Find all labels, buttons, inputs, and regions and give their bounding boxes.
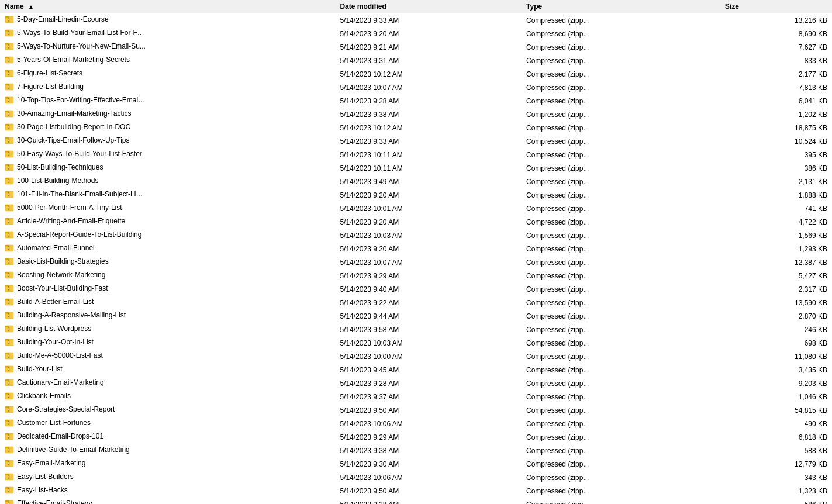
file-name-cell: Customer-List-Fortunes	[0, 417, 335, 430]
table-row[interactable]: Building-A-Responsive-Mailing-List5/14/2…	[0, 309, 832, 323]
file-name-cell: 30-Page-Listbuilding-Report-In-DOC	[0, 121, 335, 134]
table-row[interactable]: Easy-List-Builders5/14/2023 10:06 AMComp…	[0, 471, 832, 484]
table-row[interactable]: 7-Figure-List-Building5/14/2023 10:07 AM…	[0, 81, 832, 94]
file-name-text: Automated-Email-Funnel	[17, 244, 95, 252]
file-name-text: 30-Amazing-Email-Marketing-Tactics	[17, 109, 131, 118]
table-row[interactable]: 5-Ways-To-Build-Your-Email-List-For-Free…	[0, 27, 832, 40]
file-size-cell: 13,590 KB	[720, 296, 832, 309]
file-date-cell: 5/14/2023 9:29 AM	[335, 430, 522, 444]
table-row[interactable]: Effective-Email-Strategy5/14/2023 9:28 A…	[0, 498, 832, 504]
file-name-cell: Build-Your-List	[0, 363, 335, 377]
zip-file-icon	[5, 149, 14, 158]
file-date-cell: 5/14/2023 9:38 AM	[335, 444, 522, 457]
zip-file-icon	[5, 243, 14, 253]
file-size-cell: 8,690 KB	[720, 27, 832, 40]
file-name-cell: 30-Quick-Tips-Email-Follow-Up-Tips	[0, 134, 335, 148]
file-date-cell: 5/14/2023 9:40 AM	[335, 282, 522, 296]
table-row[interactable]: 50-Easy-Ways-To-Build-Your-List-Faster5/…	[0, 148, 832, 161]
table-row[interactable]: 30-Quick-Tips-Email-Follow-Up-Tips5/14/2…	[0, 134, 832, 148]
file-name-cell: 6-Figure-List-Secrets	[0, 67, 335, 81]
table-row[interactable]: 5-Years-Of-Email-Marketing-Secrets5/14/2…	[0, 54, 832, 67]
file-type-cell: Compressed (zipp...	[522, 148, 720, 161]
file-name-cell: Boost-Your-List-Building-Fast	[0, 282, 335, 296]
file-name-cell: Effective-Email-Strategy	[0, 498, 335, 504]
file-name-text: 100-List-Building-Methods	[17, 177, 98, 185]
table-row[interactable]: 5-Day-Email-Linedin-Ecourse5/14/2023 9:3…	[0, 13, 832, 27]
file-date-cell: 5/14/2023 10:03 AM	[335, 336, 522, 350]
file-size-cell: 2,177 KB	[720, 67, 832, 81]
table-row[interactable]: 50-List-Building-Techniques5/14/2023 10:…	[0, 161, 832, 175]
file-size-cell: 13,216 KB	[720, 13, 832, 27]
file-type-cell: Compressed (zipp...	[522, 175, 720, 188]
table-row[interactable]: 30-Page-Listbuilding-Report-In-DOC5/14/2…	[0, 121, 832, 134]
table-row[interactable]: Article-Writing-And-Email-Etiquette5/14/…	[0, 215, 832, 229]
file-name-text: Easy-List-Builders	[17, 472, 74, 481]
table-row[interactable]: Build-A-Better-Email-List5/14/2023 9:22 …	[0, 296, 832, 309]
file-name-cell: Build-Me-A-50000-List-Fast	[0, 350, 335, 363]
table-row[interactable]: Easy-List-Hacks5/14/2023 9:50 AMCompress…	[0, 484, 832, 498]
file-name-text: Article-Writing-And-Email-Etiquette	[17, 217, 125, 225]
table-row[interactable]: 10-Top-Tips-For-Writing-Effective-Email-…	[0, 94, 832, 108]
file-size-cell: 1,569 KB	[720, 229, 832, 242]
file-name-cell: 5-Years-Of-Email-Marketing-Secrets	[0, 54, 335, 67]
file-name-text: Cautionary-Email-Marketing	[17, 378, 104, 386]
file-type-cell: Compressed (zipp...	[522, 188, 720, 202]
column-header-size[interactable]: Size	[720, 0, 832, 13]
table-row[interactable]: Building-List-Wordpress5/14/2023 9:58 AM…	[0, 323, 832, 336]
file-name-cell: 10-Top-Tips-For-Writing-Effective-Email-…	[0, 94, 335, 108]
table-row[interactable]: 30-Amazing-Email-Marketing-Tactics5/14/2…	[0, 108, 832, 121]
table-row[interactable]: 100-List-Building-Methods5/14/2023 9:49 …	[0, 175, 832, 188]
file-explorer-container[interactable]: Name ▲ Date modified Type Size 5-	[0, 0, 832, 504]
table-row[interactable]: Core-Strategies-Special-Report5/14/2023 …	[0, 403, 832, 417]
table-row[interactable]: Customer-List-Fortunes5/14/2023 10:06 AM…	[0, 417, 832, 430]
table-row[interactable]: 6-Figure-List-Secrets5/14/2023 10:12 AMC…	[0, 67, 832, 81]
file-date-cell: 5/14/2023 10:11 AM	[335, 161, 522, 175]
file-type-cell: Compressed (zipp...	[522, 498, 720, 504]
file-name-text: 5-Years-Of-Email-Marketing-Secrets	[17, 56, 130, 64]
file-size-cell: 2,131 KB	[720, 175, 832, 188]
file-name-text: 5-Ways-To-Nurture-Your-New-Email-Su...	[17, 42, 146, 50]
file-list-table: Name ▲ Date modified Type Size 5-	[0, 0, 832, 504]
file-date-cell: 5/14/2023 10:11 AM	[335, 148, 522, 161]
table-row[interactable]: Definitive-Guide-To-Email-Marketing5/14/…	[0, 444, 832, 457]
file-size-cell: 12,387 KB	[720, 256, 832, 269]
zip-file-icon	[5, 499, 14, 504]
zip-file-icon	[5, 485, 14, 495]
file-name-text: Build-Your-List	[17, 365, 63, 373]
table-row[interactable]: Basic-List-Building-Strategies5/14/2023 …	[0, 256, 832, 269]
table-row[interactable]: Building-Your-Opt-In-List5/14/2023 10:03…	[0, 336, 832, 350]
file-date-cell: 5/14/2023 9:50 AM	[335, 484, 522, 498]
file-name-text: Building-List-Wordpress	[17, 325, 91, 333]
zip-file-icon	[5, 270, 14, 279]
file-date-cell: 5/14/2023 10:07 AM	[335, 81, 522, 94]
file-name-cell: 5-Ways-To-Nurture-Your-New-Email-Su...	[0, 40, 335, 54]
column-header-date[interactable]: Date modified	[335, 0, 522, 13]
table-row[interactable]: Easy-Email-Marketing5/14/2023 9:30 AMCom…	[0, 457, 832, 471]
table-row[interactable]: 101-Fill-In-The-Blank-Email-Subject-Line…	[0, 188, 832, 202]
file-type-cell: Compressed (zipp...	[522, 457, 720, 471]
file-type-cell: Compressed (zipp...	[522, 323, 720, 336]
zip-file-icon	[5, 324, 14, 333]
table-row[interactable]: Boosting-Network-Marketing5/14/2023 9:29…	[0, 269, 832, 282]
file-name-cell: 7-Figure-List-Building	[0, 81, 335, 94]
column-header-type[interactable]: Type	[522, 0, 720, 13]
file-name-text: Effective-Email-Strategy	[17, 499, 92, 504]
table-row[interactable]: Cautionary-Email-Marketing5/14/2023 9:28…	[0, 377, 832, 390]
zip-file-icon	[5, 364, 14, 374]
table-row[interactable]: 5000-Per-Month-From-A-Tiny-List5/14/2023…	[0, 202, 832, 215]
zip-file-icon	[5, 42, 14, 51]
table-row[interactable]: Build-Your-List5/14/2023 9:45 AMCompress…	[0, 363, 832, 377]
table-row[interactable]: Build-Me-A-50000-List-Fast5/14/2023 10:0…	[0, 350, 832, 363]
file-type-cell: Compressed (zipp...	[522, 444, 720, 457]
file-name-cell: Easy-List-Builders	[0, 471, 335, 484]
table-row[interactable]: Clickbank-Emails5/14/2023 9:37 AMCompres…	[0, 390, 832, 403]
table-row[interactable]: A-Special-Report-Guide-To-List-Building5…	[0, 229, 832, 242]
column-header-name[interactable]: Name ▲	[0, 0, 335, 13]
table-row[interactable]: Automated-Email-Funnel5/14/2023 9:20 AMC…	[0, 242, 832, 256]
table-row[interactable]: Boost-Your-List-Building-Fast5/14/2023 9…	[0, 282, 832, 296]
table-row[interactable]: 5-Ways-To-Nurture-Your-New-Email-Su...5/…	[0, 40, 832, 54]
file-name-text: Basic-List-Building-Strategies	[17, 257, 109, 265]
table-row[interactable]: Dedicated-Email-Drops-1015/14/2023 9:29 …	[0, 430, 832, 444]
file-date-cell: 5/14/2023 9:44 AM	[335, 309, 522, 323]
file-date-cell: 5/14/2023 9:21 AM	[335, 40, 522, 54]
